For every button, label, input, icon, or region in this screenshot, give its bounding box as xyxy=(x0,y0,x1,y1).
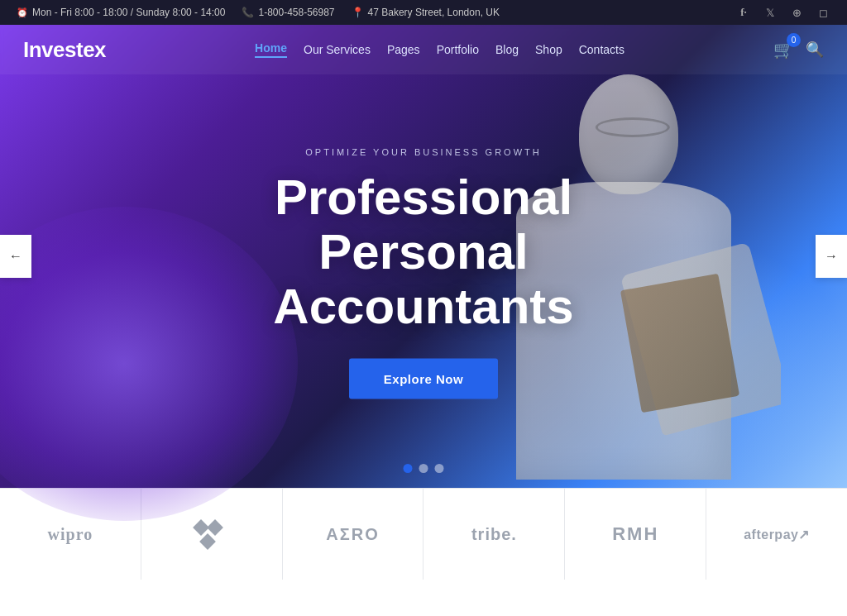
logo[interactable]: Investex xyxy=(23,37,106,63)
hero-subtitle: OPTIMIZE YOUR BUSINESS GROWTH xyxy=(228,147,619,157)
facebook-icon[interactable]: f· xyxy=(736,5,751,20)
hours-text: Mon - Fri 8:00 - 18:00 / Sunday 8:00 - 1… xyxy=(32,7,225,18)
top-bar: ⏰ Mon - Fri 8:00 - 18:00 / Sunday 8:00 -… xyxy=(0,0,847,25)
cart-button[interactable]: 🛒 0 xyxy=(773,40,794,60)
header-actions: 🛒 0 🔍 xyxy=(773,40,824,60)
slider-dots xyxy=(404,464,444,473)
header: Investex Home Our Services Pages Portfol… xyxy=(0,25,847,74)
nav-portfolio[interactable]: Portfolio xyxy=(437,43,479,56)
brand-tribe[interactable]: tribe. xyxy=(424,489,565,580)
dot-2[interactable] xyxy=(419,464,428,473)
brand-rmh[interactable]: RMH xyxy=(565,489,706,580)
brand-rmh-label: RMH xyxy=(612,523,658,545)
instagram-icon[interactable]: ◻ xyxy=(816,5,830,20)
hero-section: Investex Home Our Services Pages Portfol… xyxy=(0,25,847,488)
dot-3[interactable] xyxy=(435,464,444,473)
hero-content: OPTIMIZE YOUR BUSINESS GROWTH Profession… xyxy=(212,147,635,399)
brand-aero-label: AΣRO xyxy=(326,525,379,544)
explore-now-button[interactable]: Explore Now xyxy=(349,359,498,399)
phone-text: 1-800-458-56987 xyxy=(258,7,334,18)
globe-icon[interactable]: ⊕ xyxy=(789,5,804,20)
slider-next-button[interactable]: → xyxy=(816,235,847,278)
brand-afterpay-label: afterpay↗ xyxy=(744,527,810,542)
address-text: 47 Bakery Street, London, UK xyxy=(368,7,500,18)
page-wrapper: ⏰ Mon - Fri 8:00 - 18:00 / Sunday 8:00 -… xyxy=(0,0,847,580)
search-icon[interactable]: 🔍 xyxy=(806,41,824,59)
brand-tribe-label: tribe. xyxy=(471,525,517,544)
twitter-icon[interactable]: 𝕏 xyxy=(763,5,778,20)
slider-prev-button[interactable]: ← xyxy=(0,235,31,278)
address-item: 📍 47 Bakery Street, London, UK xyxy=(352,7,500,18)
brand-aero[interactable]: AΣRO xyxy=(283,489,424,580)
brand-afterpay[interactable]: afterpay↗ xyxy=(706,489,847,580)
hero-title-line2: Accountants xyxy=(273,279,573,334)
nav-home[interactable]: Home xyxy=(255,41,287,58)
phone-item[interactable]: 📞 1-800-458-56987 xyxy=(242,7,334,18)
nav-shop[interactable]: Shop xyxy=(535,43,562,56)
nav-pages[interactable]: Pages xyxy=(387,43,420,56)
brand-wipro-label: wipro xyxy=(48,525,93,544)
phone-icon: 📞 xyxy=(242,7,254,18)
main-nav: Home Our Services Pages Portfolio Blog S… xyxy=(255,41,624,58)
hours-item: ⏰ Mon - Fri 8:00 - 18:00 / Sunday 8:00 -… xyxy=(17,7,225,18)
cart-badge: 0 xyxy=(787,33,801,47)
diamond-group-icon xyxy=(195,522,228,547)
nav-services[interactable]: Our Services xyxy=(304,43,371,56)
nav-contacts[interactable]: Contacts xyxy=(579,43,624,56)
hero-title-line1: Professional Personal xyxy=(275,170,572,279)
nav-blog[interactable]: Blog xyxy=(495,43,519,56)
hero-title: Professional Personal Accountants xyxy=(228,170,619,334)
location-icon: 📍 xyxy=(352,7,364,18)
dot-1[interactable] xyxy=(404,464,413,473)
clock-icon: ⏰ xyxy=(17,7,28,18)
